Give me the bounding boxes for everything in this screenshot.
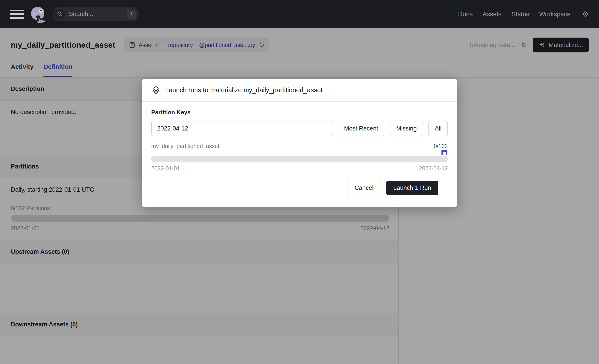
modal-asset-name: my_daily_partitioned_asset [151,143,219,149]
launch-run-button[interactable]: Launch 1 Run [386,181,438,195]
dagster-logo[interactable] [29,5,47,23]
nav-link-assets[interactable]: Assets [483,11,502,18]
search-icon [54,9,65,20]
dialog-header: Launch runs to materialize my_daily_part… [142,79,457,102]
nav-link-status[interactable]: Status [511,11,529,18]
all-button[interactable]: All [428,121,448,136]
missing-button[interactable]: Missing [390,121,423,136]
search-bar[interactable]: / [53,7,139,21]
modal-range-start: 2022-01-01 [151,165,180,172]
selected-partition-marker [441,150,447,155]
top-nav: / Runs Assets Status Workspace ⚙ [0,0,599,28]
nav-link-workspace[interactable]: Workspace [539,11,571,18]
partition-keys-input[interactable] [151,121,332,136]
partition-keys-label: Partition Keys [151,109,448,116]
search-input[interactable] [69,11,118,17]
menu-icon[interactable] [10,9,24,20]
launch-runs-dialog: Launch runs to materialize my_daily_part… [142,79,457,207]
search-shortcut-badge: / [127,10,136,19]
layers-icon [152,86,160,94]
gear-icon[interactable]: ⚙ [582,10,589,18]
nav-link-runs[interactable]: Runs [458,11,473,18]
cancel-button[interactable]: Cancel [347,181,381,195]
dialog-title: Launch runs to materialize my_daily_part… [165,87,323,94]
modal-partition-progress: 0/102 [434,143,448,149]
modal-range-end: 2022-04-12 [419,165,448,172]
most-recent-button[interactable]: Most Recent [338,121,385,136]
modal-partition-bar[interactable] [151,156,448,162]
